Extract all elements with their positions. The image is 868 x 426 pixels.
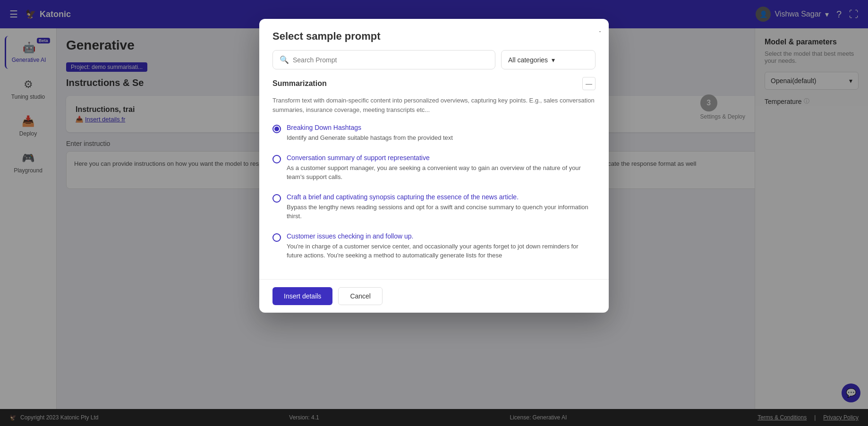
- prompt-desc-customer-issues: You're in charge of a customer service c…: [287, 242, 596, 260]
- modal-title: Select sample prompt: [272, 30, 596, 43]
- search-input[interactable]: [293, 56, 488, 64]
- category-description: Transform text with domain-specific cont…: [272, 96, 596, 114]
- category-value: All categories: [508, 56, 548, 64]
- modal-filters: 🔍 All categories ▾: [259, 50, 609, 77]
- prompt-desc-breaking-hashtags: Identify and Generate suitable hastags f…: [287, 133, 453, 143]
- modal-body: Summarization — Transform text with doma…: [259, 77, 609, 279]
- radio-breaking-down-hashtags[interactable]: [272, 125, 281, 133]
- prompt-item-conversation-summary: Conversation summary of support represen…: [272, 154, 596, 182]
- prompt-title-breaking-hashtags[interactable]: Breaking Down Hashtags: [287, 124, 453, 131]
- modal-close-button[interactable]: ·: [599, 26, 601, 36]
- radio-customer-issues[interactable]: [272, 233, 281, 242]
- collapse-button[interactable]: —: [582, 77, 596, 90]
- prompt-desc-conversation-summary: As a customer support manager, you are s…: [287, 163, 596, 182]
- prompt-content-customer-issues: Customer issues checking in and follow u…: [287, 232, 596, 260]
- prompt-content-conversation-summary: Conversation summary of support represen…: [287, 154, 596, 182]
- category-dropdown[interactable]: All categories ▾: [501, 50, 596, 69]
- select-prompt-modal: Select sample prompt · 🔍 All categories …: [259, 19, 609, 313]
- category-name: Summarization: [272, 79, 327, 88]
- prompt-item-customer-issues: Customer issues checking in and follow u…: [272, 232, 596, 260]
- prompt-content-news-synopsis: Craft a brief and captivating synopsis c…: [287, 193, 596, 221]
- prompt-desc-news-synopsis: Bypass the lengthy news reading sessions…: [287, 203, 596, 221]
- prompt-title-news-synopsis[interactable]: Craft a brief and captivating synopsis c…: [287, 193, 596, 201]
- insert-details-button[interactable]: Insert details: [272, 287, 332, 305]
- modal-overlay: Select sample prompt · 🔍 All categories …: [0, 0, 868, 426]
- category-chevron-icon: ▾: [552, 56, 555, 64]
- search-box: 🔍: [272, 50, 495, 69]
- prompt-item-breaking-down-hashtags: Breaking Down Hashtags Identify and Gene…: [272, 124, 596, 143]
- modal-header: Select sample prompt ·: [259, 19, 609, 50]
- search-icon: 🔍: [280, 55, 289, 64]
- prompt-content-breaking-hashtags: Breaking Down Hashtags Identify and Gene…: [287, 124, 453, 143]
- category-header: Summarization —: [272, 77, 596, 90]
- radio-news-synopsis[interactable]: [272, 194, 281, 203]
- prompt-item-news-synopsis: Craft a brief and captivating synopsis c…: [272, 193, 596, 221]
- prompt-title-conversation-summary[interactable]: Conversation summary of support represen…: [287, 154, 596, 162]
- prompt-title-customer-issues[interactable]: Customer issues checking in and follow u…: [287, 232, 596, 240]
- radio-conversation-summary[interactable]: [272, 155, 281, 163]
- modal-footer: Insert details Cancel: [259, 279, 609, 313]
- cancel-button[interactable]: Cancel: [338, 287, 383, 305]
